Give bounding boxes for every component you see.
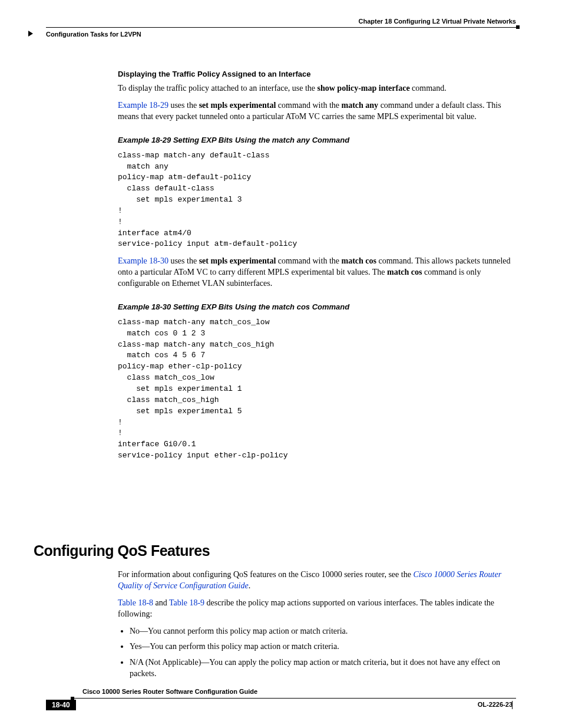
text: uses the	[168, 256, 199, 265]
header-section: Configuration Tasks for L2VPN	[46, 31, 141, 38]
section-heading: Configuring QoS Features	[34, 542, 210, 559]
footer-book-title: Cisco 10000 Series Router Software Confi…	[82, 688, 257, 695]
text: .	[249, 581, 251, 590]
paragraph: Example 18-29 uses the set mpls experime…	[118, 100, 516, 123]
list-item: Yes—You can perform this policy map acti…	[130, 641, 516, 653]
page-number: 18-40	[46, 700, 76, 710]
paragraph: Table 18-8 and Table 18-9 describe the p…	[118, 598, 516, 620]
bullet-list: No—You cannot perform this policy map ac…	[118, 626, 516, 680]
header-arrow-icon	[28, 31, 33, 37]
table-link[interactable]: Table 18-8	[118, 598, 153, 607]
command-name: match any	[342, 101, 379, 110]
list-item: No—You cannot perform this policy map ac…	[130, 626, 516, 637]
command-name: set mpls experimental	[199, 101, 276, 110]
example-link[interactable]: Example 18-30	[118, 256, 168, 265]
table-link[interactable]: Table 18-9	[169, 598, 204, 607]
code-block: class-map match-any default-class match …	[118, 150, 516, 251]
footer-tick-icon	[512, 701, 516, 709]
command-name: set mpls experimental	[199, 256, 276, 265]
example-title: Example 18-30 Setting EXP Bits Using the…	[118, 302, 516, 311]
example-title: Example 18-29 Setting EXP Bits Using the…	[118, 136, 516, 144]
list-item: N/A (Not Applicable)—You can apply the p…	[130, 657, 516, 680]
subsection-title: Displaying the Traffic Policy Assigned t…	[118, 70, 516, 78]
text: To display the traffic policy attached t…	[118, 84, 318, 93]
text: and	[153, 598, 169, 607]
paragraph: For information about configuring QoS fe…	[118, 569, 516, 592]
header-square-icon	[516, 25, 520, 29]
document-id: OL-2226-23	[478, 701, 513, 708]
code-block: class-map match-any match_cos_low match …	[118, 317, 516, 462]
text: command with the	[276, 101, 341, 110]
command-name: match cos	[342, 256, 377, 265]
command-name: show policy-map interface	[318, 84, 410, 93]
text: For information about configuring QoS fe…	[118, 570, 413, 579]
paragraph: To display the traffic policy attached t…	[118, 83, 516, 94]
example-link[interactable]: Example 18-29	[118, 101, 168, 110]
header-rule	[46, 27, 516, 28]
header-chapter: Chapter 18 Configuring L2 Virtual Privat…	[358, 18, 516, 25]
text: command.	[410, 84, 447, 93]
text: uses the	[168, 101, 199, 110]
paragraph: Example 18-30 uses the set mpls experime…	[118, 256, 516, 289]
footer-rule	[74, 698, 516, 699]
text: command with the	[276, 256, 341, 265]
command-name: match cos	[387, 268, 422, 276]
